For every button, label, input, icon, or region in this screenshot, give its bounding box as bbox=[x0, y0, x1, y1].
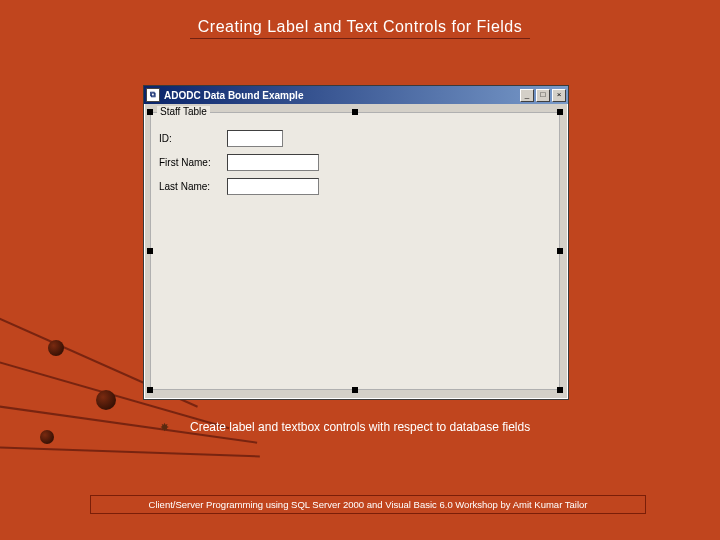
window-title: ADODC Data Bound Example bbox=[164, 90, 518, 101]
decoration-node bbox=[96, 390, 116, 410]
maximize-button[interactable]: □ bbox=[536, 89, 550, 102]
decoration-node bbox=[48, 340, 64, 356]
field-row-lastname: Last Name: bbox=[159, 177, 319, 195]
label-id: ID: bbox=[159, 133, 227, 144]
app-icon: ⧉ bbox=[146, 88, 160, 102]
label-firstname: First Name: bbox=[159, 157, 227, 168]
frame-caption: Staff Table bbox=[157, 106, 210, 117]
form-design-surface[interactable]: Staff Table ID: First Name: Last Name: bbox=[144, 104, 568, 399]
bullet-item: ✸ Create label and textbox controls with… bbox=[160, 420, 530, 434]
textbox-id[interactable] bbox=[227, 130, 283, 147]
title-underline bbox=[190, 38, 530, 39]
slide-title: Creating Label and Text Controls for Fie… bbox=[0, 0, 720, 36]
selection-handle[interactable] bbox=[147, 248, 153, 254]
selection-handle[interactable] bbox=[352, 109, 358, 115]
decoration-node bbox=[40, 430, 54, 444]
field-row-firstname: First Name: bbox=[159, 153, 319, 171]
field-row-id: ID: bbox=[159, 129, 283, 147]
selection-handle[interactable] bbox=[147, 109, 153, 115]
bullet-text: Create label and textbox controls with r… bbox=[190, 420, 530, 434]
label-lastname: Last Name: bbox=[159, 181, 227, 192]
selection-handle[interactable] bbox=[557, 248, 563, 254]
footer-text: Client/Server Programming using SQL Serv… bbox=[97, 499, 639, 510]
selection-handle[interactable] bbox=[352, 387, 358, 393]
window-titlebar: ⧉ ADODC Data Bound Example _ □ × bbox=[144, 86, 568, 104]
decoration-line bbox=[0, 445, 260, 457]
textbox-lastname[interactable] bbox=[227, 178, 319, 195]
footer-bar: Client/Server Programming using SQL Serv… bbox=[90, 495, 646, 514]
minimize-button[interactable]: _ bbox=[520, 89, 534, 102]
frame-staff-table[interactable]: Staff Table ID: First Name: Last Name: bbox=[150, 112, 560, 390]
bullet-icon: ✸ bbox=[160, 421, 172, 433]
close-button[interactable]: × bbox=[552, 89, 566, 102]
vb-form-window: ⧉ ADODC Data Bound Example _ □ × Staff T… bbox=[143, 85, 569, 400]
selection-handle[interactable] bbox=[557, 109, 563, 115]
textbox-firstname[interactable] bbox=[227, 154, 319, 171]
selection-handle[interactable] bbox=[557, 387, 563, 393]
selection-handle[interactable] bbox=[147, 387, 153, 393]
